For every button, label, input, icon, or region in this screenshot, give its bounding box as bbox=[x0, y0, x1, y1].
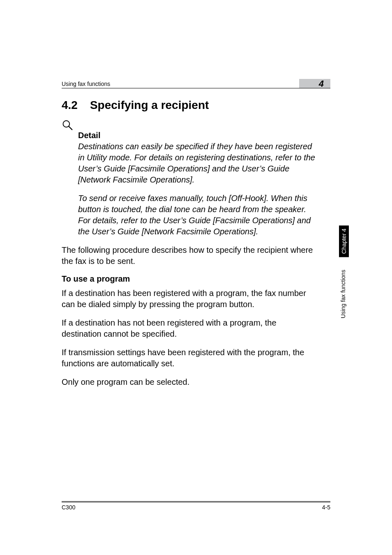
content-area: 4.2Specifying a recipient Detail Destina… bbox=[62, 94, 316, 395]
page: Using fax functions 4 4.2Specifying a re… bbox=[0, 0, 392, 555]
detail-label: Detail bbox=[78, 131, 316, 140]
section-title-text: Specifying a recipient bbox=[90, 99, 209, 111]
footer-row: C300 4-5 bbox=[62, 502, 330, 511]
subsection-p4: Only one program can be selected. bbox=[62, 377, 316, 388]
detail-paragraph-1: Destinations can easily be specified if … bbox=[78, 141, 316, 185]
running-header: Using fax functions 4 bbox=[62, 79, 330, 88]
subsection-heading: To use a program bbox=[62, 274, 316, 284]
running-header-badge: 4 bbox=[299, 79, 330, 88]
footer-left: C300 bbox=[62, 504, 75, 511]
subsection-p1: If a destination has been registered wit… bbox=[62, 288, 316, 310]
intro-paragraph: The following procedure describes how to… bbox=[62, 245, 316, 267]
svg-line-1 bbox=[69, 127, 72, 130]
subsection-p2: If a destination has not been registered… bbox=[62, 317, 316, 340]
side-tab-chapter: Chapter 4 bbox=[339, 225, 349, 257]
magnifier-icon bbox=[62, 119, 73, 131]
running-header-text: Using fax functions bbox=[62, 81, 110, 88]
footer-right: 4-5 bbox=[322, 504, 330, 511]
side-label: Using fax functions bbox=[340, 270, 346, 318]
detail-paragraph-2: To send or receive faxes manually, touch… bbox=[78, 193, 316, 237]
section-number: 4.2 bbox=[62, 99, 78, 112]
page-footer: C300 4-5 bbox=[62, 501, 330, 511]
section-title: 4.2Specifying a recipient bbox=[62, 99, 316, 112]
subsection-p3: If transmission settings have been regis… bbox=[62, 347, 316, 369]
